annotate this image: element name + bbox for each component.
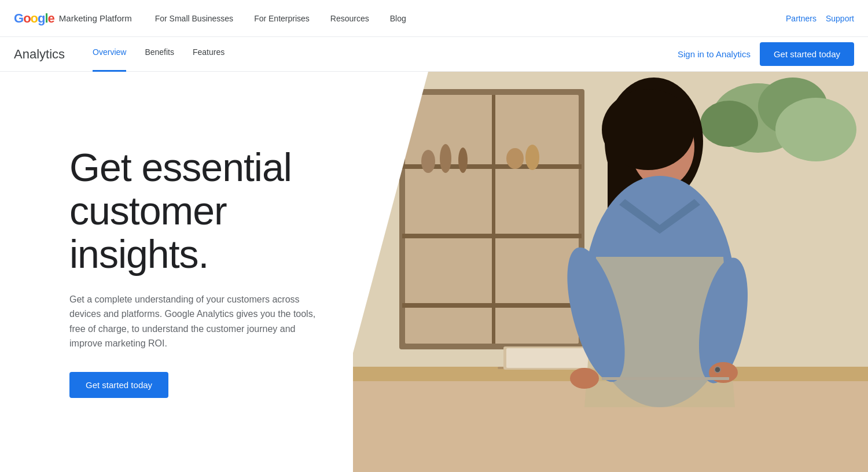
hero-description: Get a complete understanding of your cus… xyxy=(69,292,318,351)
google-logo[interactable]: Google xyxy=(14,11,54,26)
svg-point-12 xyxy=(506,148,524,169)
logo-area: Google Marketing Platform xyxy=(14,11,132,26)
svg-point-13 xyxy=(525,145,539,170)
svg-point-10 xyxy=(440,144,451,173)
hero-image-container xyxy=(353,72,868,472)
nav-small-businesses[interactable]: For Small Businesses xyxy=(155,14,233,23)
svg-point-17 xyxy=(775,98,856,161)
svg-point-16 xyxy=(700,101,758,147)
svg-rect-8 xyxy=(492,95,495,344)
top-nav-right: Partners Support xyxy=(786,14,854,23)
svg-rect-33 xyxy=(602,377,729,380)
partners-link[interactable]: Partners xyxy=(786,14,816,23)
svg-point-32 xyxy=(715,367,720,373)
get-started-header-button[interactable]: Get started today xyxy=(760,42,854,66)
google-g-blue: G xyxy=(14,11,23,25)
google-g-blue2: g xyxy=(38,11,45,25)
nav-features[interactable]: Features xyxy=(193,37,225,72)
nav-benefits[interactable]: Benefits xyxy=(145,37,174,72)
sign-in-analytics-link[interactable]: Sign in to Analytics xyxy=(678,49,751,59)
svg-point-30 xyxy=(570,368,599,389)
google-g-red: o xyxy=(23,11,30,25)
hero-section: Get essential customer insights. Get a c… xyxy=(0,72,868,472)
marketing-platform-label: Marketing Platform xyxy=(59,13,132,23)
google-g-yellow: o xyxy=(31,11,38,25)
secondary-nav-links: Overview Benefits Features xyxy=(93,37,678,72)
svg-point-9 xyxy=(421,150,435,173)
svg-point-11 xyxy=(458,148,468,173)
nav-overview[interactable]: Overview xyxy=(93,37,126,72)
top-nav-links: For Small Businesses For Enterprises Res… xyxy=(155,14,786,23)
nav-enterprises[interactable]: For Enterprises xyxy=(254,14,310,23)
nav-blog[interactable]: Blog xyxy=(390,14,406,23)
hero-headline: Get essential customer insights. xyxy=(69,146,347,275)
hero-content-inner: Get essential customer insights. Get a c… xyxy=(69,146,347,398)
nav-resources[interactable]: Resources xyxy=(330,14,369,23)
analytics-page-title: Analytics xyxy=(14,47,65,62)
top-navigation: Google Marketing Platform For Small Busi… xyxy=(0,0,868,37)
secondary-nav-right: Sign in to Analytics Get started today xyxy=(678,42,854,66)
secondary-navigation: Analytics Overview Benefits Features Sig… xyxy=(0,37,868,72)
hero-illustration xyxy=(353,72,868,472)
google-g-red2: e xyxy=(48,11,54,25)
get-started-hero-button[interactable]: Get started today xyxy=(69,372,168,398)
support-link[interactable]: Support xyxy=(826,14,854,23)
